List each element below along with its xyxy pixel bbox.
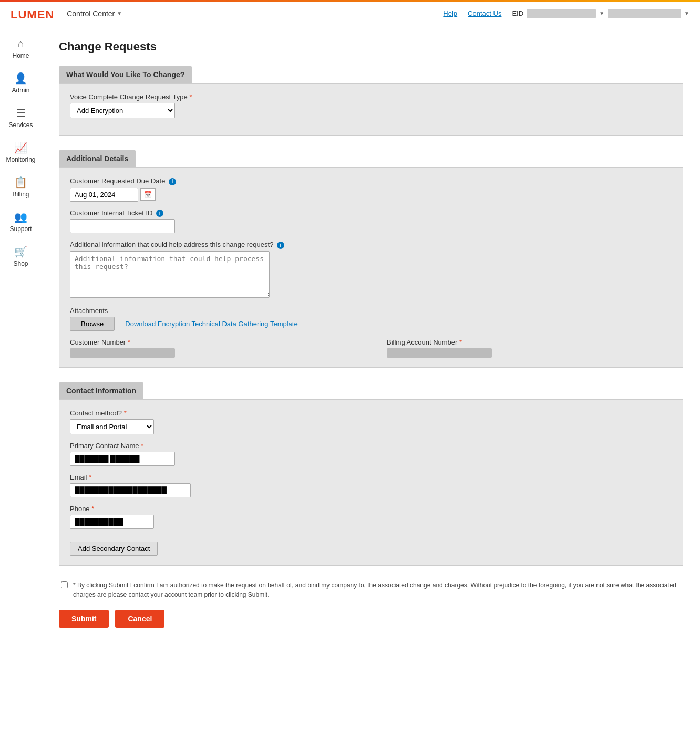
due-date-info-icon[interactable]: i — [169, 178, 176, 185]
sidebar-label-admin: Admin — [12, 87, 29, 94]
phone-label: Phone * — [70, 505, 672, 513]
help-link[interactable]: Help — [443, 9, 457, 17]
consent-text: * By clicking Submit I confirm I am auth… — [73, 580, 681, 599]
sidebar-item-billing[interactable]: 📋 Billing — [0, 171, 42, 203]
primary-contact-required: * — [141, 442, 143, 450]
top-color-bar — [0, 0, 700, 2]
additional-info-row: Additional information that could help a… — [70, 241, 672, 299]
ticket-id-info-icon[interactable]: i — [156, 210, 163, 217]
sidebar: ⌂ Home 👤 Admin ☰ Services 📈 Monitoring 📋… — [0, 27, 42, 748]
sidebar-item-shop[interactable]: 🛒 Shop — [0, 240, 42, 273]
phone-required: * — [91, 505, 94, 513]
chevron-down-icon: ▼ — [117, 11, 122, 16]
sidebar-item-admin[interactable]: 👤 Admin — [0, 67, 42, 99]
request-type-label: Voice Complete Change Request Type * — [70, 93, 672, 101]
admin-icon: 👤 — [14, 72, 27, 85]
section-contact-body: Contact method? * Email and Portal Phone… — [59, 399, 683, 566]
main-content: Change Requests What Would You Like To C… — [42, 27, 700, 748]
customer-number-value: XXXXXXXXXX — [70, 348, 175, 358]
services-icon: ☰ — [16, 107, 26, 119]
contact-us-link[interactable]: Contact Us — [468, 9, 501, 17]
phone-input[interactable] — [70, 515, 154, 529]
contact-method-select[interactable]: Email and Portal Phone Email — [70, 419, 154, 434]
due-date-label: Customer Requested Due Date i — [70, 177, 672, 185]
header-right: Help Contact Us EID XXXXXXXXX ▼ XXXXXXXX… — [443, 9, 689, 18]
customer-fields-row: Customer Number * XXXXXXXXXX Billing Acc… — [70, 338, 672, 358]
section-what-body: Voice Complete Change Request Type * Add… — [59, 83, 683, 136]
eid-chevron-icon[interactable]: ▼ — [599, 11, 604, 16]
eid-label: EID — [512, 9, 523, 17]
consent-checkbox[interactable] — [61, 581, 68, 588]
required-indicator: * — [189, 93, 192, 101]
cancel-button[interactable]: Cancel — [115, 610, 164, 628]
primary-contact-input[interactable] — [70, 452, 175, 466]
support-icon: 👥 — [14, 211, 27, 223]
due-date-input[interactable] — [70, 188, 138, 202]
page-title: Change Requests — [59, 40, 683, 54]
section-what-header: What Would You Like To Change? — [59, 66, 192, 83]
section-contact: Contact Information Contact method? * Em… — [59, 382, 683, 566]
email-input[interactable] — [70, 483, 191, 497]
control-center-label: Control Center — [67, 9, 115, 18]
primary-contact-label: Primary Contact Name * — [70, 442, 672, 450]
logo-text: LUMEN — [11, 8, 54, 21]
calendar-button[interactable]: 📅 — [140, 188, 156, 201]
consent-row: * By clicking Submit I confirm I am auth… — [59, 580, 683, 599]
attachments-label: Attachments — [70, 307, 672, 315]
contact-method-row: Contact method? * Email and Portal Phone… — [70, 409, 672, 434]
section-additional-header: Additional Details — [59, 150, 136, 167]
sidebar-item-home[interactable]: ⌂ Home — [0, 33, 42, 65]
section-additional-body: Customer Requested Due Date i 📅 Customer… — [59, 167, 683, 368]
ticket-id-label: Customer Internal Ticket ID i — [70, 209, 672, 217]
customer-number-required: * — [128, 338, 130, 346]
attachments-row: Attachments Browse Download Encryption T… — [70, 307, 672, 331]
logo: LUMEN — [11, 8, 54, 22]
shop-icon: 🛒 — [14, 245, 27, 258]
add-secondary-contact-button[interactable]: Add Secondary Contact — [70, 542, 158, 556]
account-name: XXXXXXXXXX — [608, 9, 681, 18]
account-chevron-icon[interactable]: ▼ — [684, 11, 689, 16]
eid-value: XXXXXXXXX — [527, 9, 596, 18]
sidebar-label-home: Home — [12, 52, 29, 59]
ticket-id-row: Customer Internal Ticket ID i — [70, 209, 672, 234]
eid-area: EID XXXXXXXXX ▼ XXXXXXXXXX ▼ — [512, 9, 689, 18]
billing-account-value: XXXXXXXXXX — [387, 348, 492, 358]
sidebar-item-monitoring[interactable]: 📈 Monitoring — [0, 136, 42, 169]
billing-icon: 📋 — [14, 176, 27, 189]
sidebar-label-shop: Shop — [13, 260, 28, 267]
sidebar-label-monitoring: Monitoring — [6, 156, 35, 163]
submit-button[interactable]: Submit — [59, 610, 109, 628]
billing-account-required: * — [459, 338, 462, 346]
additional-info-icon[interactable]: i — [277, 242, 284, 249]
additional-info-label: Additional information that could help a… — [70, 241, 672, 249]
email-required: * — [89, 473, 91, 481]
sidebar-label-services: Services — [8, 121, 33, 129]
date-input-wrap: 📅 — [70, 188, 672, 202]
email-row: Email * — [70, 473, 672, 497]
sidebar-item-support[interactable]: 👥 Support — [0, 205, 42, 238]
customer-number-col: Customer Number * XXXXXXXXXX — [70, 338, 355, 358]
home-icon: ⌂ — [17, 38, 24, 50]
contact-method-required: * — [124, 409, 127, 417]
download-template-link[interactable]: Download Encryption Technical Data Gathe… — [125, 320, 297, 328]
customer-number-label: Customer Number * — [70, 338, 355, 346]
sidebar-item-services[interactable]: ☰ Services — [0, 101, 42, 134]
billing-account-label: Billing Account Number * — [387, 338, 672, 346]
ticket-id-input[interactable] — [70, 219, 175, 233]
due-date-row: Customer Requested Due Date i 📅 — [70, 177, 672, 202]
request-type-select[interactable]: Add Encryption Remove Encryption Modify … — [70, 103, 175, 118]
browse-button[interactable]: Browse — [70, 317, 115, 331]
attachments-controls: Browse Download Encryption Technical Dat… — [70, 317, 672, 331]
contact-method-label: Contact method? * — [70, 409, 672, 417]
additional-info-textarea[interactable] — [70, 251, 270, 298]
email-label: Email * — [70, 473, 672, 481]
control-center-menu[interactable]: Control Center ▼ — [67, 9, 122, 18]
monitoring-icon: 📈 — [14, 141, 27, 154]
section-additional: Additional Details Customer Requested Du… — [59, 150, 683, 368]
sidebar-label-support: Support — [9, 225, 32, 233]
billing-account-col: Billing Account Number * XXXXXXXXXX — [387, 338, 672, 358]
request-type-row: Voice Complete Change Request Type * Add… — [70, 93, 672, 118]
section-contact-header: Contact Information — [59, 382, 143, 399]
phone-row: Phone * — [70, 505, 672, 529]
section-what: What Would You Like To Change? Voice Com… — [59, 66, 683, 136]
